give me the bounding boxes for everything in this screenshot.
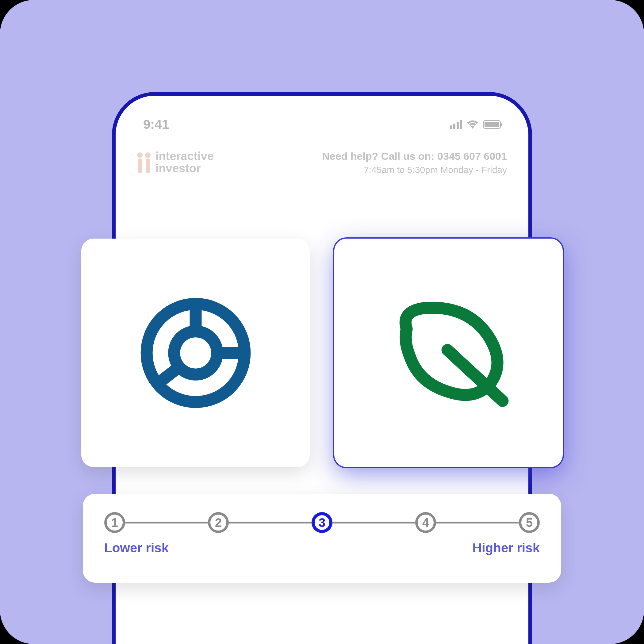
brand-logo-icon	[137, 152, 151, 173]
status-icons	[450, 120, 501, 129]
risk-step-2[interactable]: 2	[208, 512, 229, 533]
risk-steps[interactable]: 1 2 3 4 5	[104, 512, 540, 533]
risk-step-1[interactable]: 1	[104, 512, 125, 533]
help-phone: Need help? Call us on: 0345 607 6001	[322, 150, 507, 162]
leaf-icon	[383, 292, 515, 414]
option-sustainable-card[interactable]	[334, 239, 563, 467]
status-time: 9:41	[143, 117, 169, 132]
pie-chart-icon	[136, 293, 255, 413]
svg-line-3	[159, 366, 179, 383]
risk-slider-panel: 1 2 3 4 5 Lower risk Higher risk	[83, 494, 561, 583]
help-hours: 7:45am to 5:30pm Monday - Friday	[322, 165, 507, 175]
wifi-icon	[467, 120, 478, 129]
risk-step-4[interactable]: 4	[415, 512, 436, 533]
risk-label-high: Higher risk	[473, 541, 540, 555]
app-container: 9:41	[0, 0, 644, 644]
risk-step-5[interactable]: 5	[519, 512, 540, 533]
help-info: Need help? Call us on: 0345 607 6001 7:4…	[322, 150, 507, 175]
signal-icon	[450, 120, 462, 129]
option-portfolio-card[interactable]	[81, 239, 310, 467]
risk-label-low: Lower risk	[104, 541, 169, 555]
app-header: interactive investor Need help? Call us …	[128, 144, 516, 181]
brand-name: interactive investor	[155, 150, 214, 175]
status-bar: 9:41	[128, 111, 516, 144]
risk-step-3[interactable]: 3	[312, 512, 332, 533]
option-cards	[81, 239, 563, 467]
risk-labels: Lower risk Higher risk	[104, 541, 540, 555]
svg-point-1	[174, 331, 217, 374]
battery-icon	[483, 120, 501, 129]
brand-logo: interactive investor	[137, 150, 214, 175]
